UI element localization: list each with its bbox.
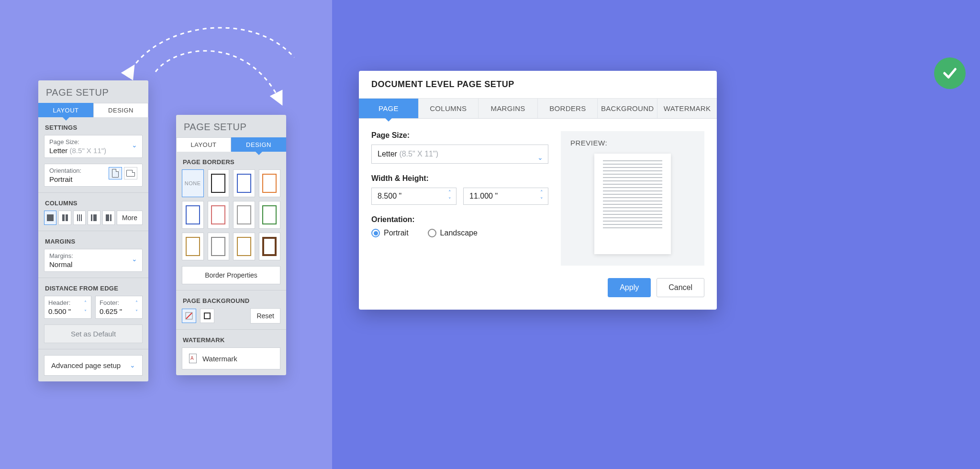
svg-rect-2 [204, 313, 210, 319]
tab-design[interactable]: DESIGN [93, 103, 148, 117]
landscape-page-icon [126, 170, 135, 177]
no-fill-icon [185, 312, 193, 320]
footer-distance-stepper[interactable]: Footer: 0.625 " ˄˅ [95, 296, 143, 319]
page-size-label: Page Size: [371, 131, 548, 140]
chevron-up-icon[interactable]: ˄ [537, 189, 546, 196]
height-stepper[interactable]: 11.000 " ˄˅ [463, 188, 548, 205]
distance-header: DISTANCE FROM EDGE [38, 278, 148, 296]
border-thumb[interactable] [233, 169, 255, 197]
columns-more-button[interactable]: More [117, 211, 143, 225]
tab-borders[interactable]: BORDERS [537, 99, 597, 118]
tab-layout[interactable]: LAYOUT [38, 103, 93, 117]
columns-right-button[interactable] [102, 211, 115, 225]
chevron-down-icon: ⌄ [537, 154, 543, 161]
border-thumb[interactable] [182, 233, 204, 260]
tab-design[interactable]: DESIGN [231, 137, 286, 152]
watermark-button[interactable]: Watermark [182, 347, 280, 369]
chevron-up-icon[interactable]: ˄ [81, 298, 89, 307]
page-borders-header: PAGE BORDERS [176, 152, 286, 169]
advanced-page-setup-link[interactable]: ⌄ Advanced page setup [44, 355, 143, 376]
panel-title: PAGE SETUP [176, 115, 286, 137]
tab-page[interactable]: PAGE [359, 99, 418, 118]
chevron-down-icon: ⌄ [132, 255, 137, 263]
width-height-label: Width & Height: [371, 174, 548, 183]
border-thumb[interactable] [208, 201, 230, 229]
set-as-default-button[interactable]: Set as Default [44, 324, 143, 343]
columns-left-button[interactable] [88, 211, 100, 225]
orientation-label: Orientation: [371, 215, 548, 224]
border-thumb[interactable] [233, 233, 255, 260]
chevron-down-icon: ⌄ [130, 361, 135, 369]
chevron-down-icon[interactable]: ˅ [81, 307, 89, 316]
chevron-down-icon[interactable]: ˅ [537, 196, 546, 203]
settings-header: SETTINGS [38, 117, 148, 135]
panel-title: PAGE SETUP [38, 80, 148, 103]
margins-select[interactable]: ⌄ Margins: Normal [44, 249, 143, 272]
watermark-header: WATERMARK [176, 329, 286, 347]
document-page-setup-dialog: DOCUMENT LEVEL PAGE SETUP PAGE COLUMNS M… [359, 71, 717, 310]
border-thumb[interactable] [182, 201, 204, 229]
chevron-down-icon: ⌄ [132, 141, 137, 149]
tab-watermark[interactable]: WATERMARK [657, 99, 717, 118]
page-size-select[interactable]: ⌄ Letter (8.5" X 11") [371, 145, 548, 164]
chevron-down-icon[interactable]: ˅ [445, 196, 454, 203]
columns-1-button[interactable] [44, 211, 56, 225]
page-size-select[interactable]: ⌄ Page Size: Letter (8.5" X 11") [44, 135, 143, 158]
border-thumb[interactable] [208, 233, 230, 260]
preview-pane: PREVIEW: [561, 131, 704, 266]
radio-on-icon [371, 229, 380, 237]
dialog-title: DOCUMENT LEVEL PAGE SETUP [359, 71, 717, 99]
border-thumb[interactable] [259, 169, 281, 197]
page-setup-design-panel: PAGE SETUP LAYOUT DESIGN PAGE BORDERS NO… [176, 115, 286, 375]
orientation-landscape-button[interactable] [124, 167, 137, 179]
columns-3-button[interactable] [73, 211, 86, 225]
border-properties-button[interactable]: Border Properties [182, 266, 280, 284]
square-icon [203, 312, 211, 320]
tab-margins[interactable]: MARGINS [478, 99, 538, 118]
margins-header: MARGINS [38, 231, 148, 249]
width-stepper[interactable]: 8.500 " ˄˅ [371, 188, 457, 205]
tab-layout[interactable]: LAYOUT [176, 137, 231, 152]
orientation-landscape-radio[interactable]: Landscape [428, 229, 478, 237]
background-reset-button[interactable]: Reset [250, 308, 280, 324]
border-thumb[interactable] [259, 201, 281, 229]
columns-2-button[interactable] [58, 211, 71, 225]
page-setup-layout-panel: PAGE SETUP LAYOUT DESIGN SETTINGS ⌄ Page… [38, 80, 148, 381]
border-thumb[interactable] [208, 169, 230, 197]
chevron-up-icon[interactable]: ˄ [133, 298, 140, 307]
apply-button[interactable]: Apply [608, 278, 651, 297]
checkmark-icon [942, 65, 958, 81]
orientation-portrait-radio[interactable]: Portrait [371, 229, 409, 237]
page-background-header: PAGE BACKGROUND [176, 290, 286, 308]
watermark-icon [189, 354, 197, 363]
cancel-button[interactable]: Cancel [657, 278, 704, 297]
preview-page-icon [594, 154, 671, 254]
border-thumb[interactable] [259, 233, 281, 260]
orientation-portrait-button[interactable] [109, 167, 122, 179]
orientation-field: Orientation: Portrait [44, 164, 143, 187]
tab-columns[interactable]: COLUMNS [418, 99, 478, 118]
svg-line-1 [186, 313, 192, 319]
success-badge [934, 57, 966, 89]
portrait-page-icon [112, 169, 119, 178]
border-thumb[interactable] [233, 201, 255, 229]
background-color-button[interactable] [200, 309, 214, 323]
header-distance-stepper[interactable]: Header: 0.500 " ˄˅ [44, 296, 91, 319]
tab-background[interactable]: BACKGROUND [597, 99, 657, 118]
border-none-thumb[interactable]: NONE [182, 169, 204, 197]
background-none-button[interactable] [182, 309, 196, 323]
chevron-down-icon[interactable]: ˅ [133, 307, 140, 316]
chevron-up-icon[interactable]: ˄ [445, 189, 454, 196]
columns-header: COLUMNS [38, 192, 148, 211]
radio-off-icon [428, 229, 436, 237]
